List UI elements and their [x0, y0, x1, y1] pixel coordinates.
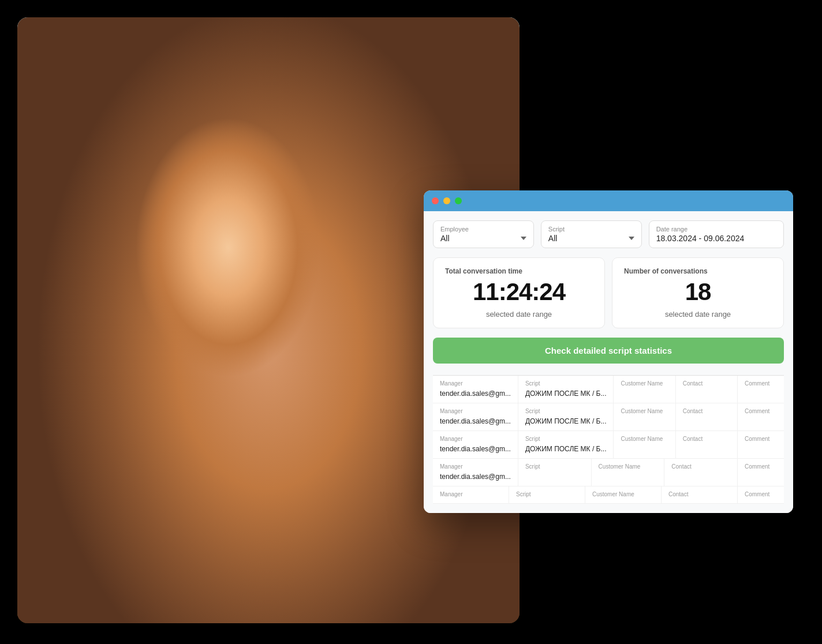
cell-manager-label-0: Manager [440, 380, 511, 387]
cell-contact-3: Contact [664, 459, 738, 486]
cell-contact-label-3: Contact [671, 463, 730, 470]
check-stats-button[interactable]: Check detailed script statistics [433, 338, 784, 364]
cell-customer-0: Customer Name [614, 376, 675, 403]
cell-customer-label-2: Customer Name [621, 436, 668, 442]
cell-contact-4: Contact [662, 486, 738, 503]
cell-manager-0: Manager tender.dia.sales@gm... [433, 376, 518, 403]
cell-script-label-0: Script [525, 380, 607, 387]
cell-comment-2: Comment [738, 431, 784, 458]
date-range-value: 18.03.2024 - 09.06.2024 [656, 234, 776, 243]
cell-script-3: Script [518, 459, 592, 486]
cell-script-0: Script ДОЖИМ ПОСЛЕ МК / Б... [518, 376, 614, 403]
employee-filter-text: All [440, 234, 450, 243]
cell-script-label-2: Script [525, 436, 607, 442]
employee-filter[interactable]: Employee All [433, 220, 534, 248]
cell-customer-label-3: Customer Name [599, 463, 657, 470]
script-filter[interactable]: Script All [541, 220, 642, 248]
cell-manager-value-0: tender.dia.sales@gm... [440, 390, 511, 398]
script-chevron-icon [629, 237, 634, 240]
cell-script-value-1: ДОЖИМ ПОСЛЕ МК / Б... [525, 417, 607, 425]
table-row: Manager tender.dia.sales@gm... Script ДО… [433, 376, 784, 403]
traffic-light-yellow[interactable] [443, 197, 450, 204]
cell-contact-label-1: Contact [683, 408, 730, 414]
date-range-label: Date range [656, 226, 776, 233]
traffic-light-green[interactable] [455, 197, 462, 204]
cell-contact-1: Contact [676, 403, 738, 430]
cell-script-value-0: ДОЖИМ ПОСЛЕ МК / Б... [525, 390, 607, 398]
table-row: Manager tender.dia.sales@gm... Script ДО… [433, 403, 784, 431]
cell-manager-label-1: Manager [440, 408, 511, 414]
cell-manager-4: Manager [433, 486, 509, 503]
cell-manager-3: Manager tender.dia.sales@gm... [433, 459, 518, 486]
cell-comment-label-3: Comment [745, 463, 777, 470]
total-time-card: Total conversation time 11:24:24 selecte… [433, 257, 605, 328]
table-row: Manager tender.dia.sales@gm... Script ДО… [433, 431, 784, 459]
employee-filter-value: All [440, 234, 526, 243]
traffic-light-red[interactable] [432, 197, 439, 204]
date-range-filter[interactable]: Date range 18.03.2024 - 09.06.2024 [649, 220, 784, 248]
cell-comment-0: Comment [738, 376, 784, 403]
cell-comment-4: Comment [738, 486, 784, 503]
cell-script-1: Script ДОЖИМ ПОСЛЕ МК / Б... [518, 403, 614, 430]
conversations-sublabel: selected date range [624, 310, 772, 319]
cell-script-value-2: ДОЖИМ ПОСЛЕ МК / Б... [525, 445, 607, 453]
total-time-value: 11:24:24 [445, 280, 593, 304]
data-table: Manager tender.dia.sales@gm... Script ДО… [433, 376, 784, 504]
app-window: Employee All Script All Date range 18.03… [424, 190, 793, 513]
total-time-label: Total conversation time [445, 267, 593, 275]
cell-manager-value-2: tender.dia.sales@gm... [440, 445, 511, 453]
cell-script-label-3: Script [525, 463, 584, 470]
date-range-text: 18.03.2024 - 09.06.2024 [656, 234, 745, 243]
filter-row: Employee All Script All Date range 18.03… [433, 220, 784, 248]
cell-script-label-4: Script [516, 491, 578, 497]
cell-contact-0: Contact [676, 376, 738, 403]
cell-comment-label-4: Comment [745, 491, 777, 497]
cell-customer-4: Customer Name [585, 486, 662, 503]
conversations-card: Number of conversations 18 selected date… [612, 257, 784, 328]
table-row: Manager tender.dia.sales@gm... Script Cu… [433, 459, 784, 486]
cell-contact-2: Contact [676, 431, 738, 458]
cell-comment-label-1: Comment [745, 408, 777, 414]
cell-contact-label-2: Contact [683, 436, 730, 442]
cell-customer-3: Customer Name [592, 459, 665, 486]
cell-manager-label-3: Manager [440, 463, 511, 470]
conversations-value: 18 [624, 280, 772, 304]
employee-filter-label: Employee [440, 226, 526, 233]
cell-manager-1: Manager tender.dia.sales@gm... [433, 403, 518, 430]
table-row: Manager Script Customer Name Contact Com… [433, 486, 784, 504]
cell-comment-label-0: Comment [745, 380, 777, 387]
cell-comment-1: Comment [738, 403, 784, 430]
cell-script-2: Script ДОЖИМ ПОСЛЕ МК / Б... [518, 431, 614, 458]
cell-customer-label-1: Customer Name [621, 408, 668, 414]
cell-script-label-1: Script [525, 408, 607, 414]
employee-chevron-icon [521, 237, 526, 240]
window-titlebar [424, 190, 793, 211]
cell-manager-label-4: Manager [440, 491, 502, 497]
cell-comment-label-2: Comment [745, 436, 777, 442]
cell-script-4: Script [509, 486, 585, 503]
cell-customer-label-4: Customer Name [592, 491, 654, 497]
script-filter-label: Script [548, 226, 634, 233]
total-time-sublabel: selected date range [445, 310, 593, 319]
script-filter-text: All [548, 234, 558, 243]
cell-comment-3: Comment [738, 459, 784, 486]
conversations-label: Number of conversations [624, 267, 772, 275]
cell-manager-label-2: Manager [440, 436, 511, 442]
cell-contact-label-4: Contact [668, 491, 730, 497]
cell-manager-2: Manager tender.dia.sales@gm... [433, 431, 518, 458]
cell-customer-1: Customer Name [614, 403, 675, 430]
window-content: Employee All Script All Date range 18.03… [424, 211, 793, 513]
cell-manager-value-3: tender.dia.sales@gm... [440, 473, 511, 481]
script-filter-value: All [548, 234, 634, 243]
cell-manager-value-1: tender.dia.sales@gm... [440, 417, 511, 425]
cell-contact-label-0: Contact [683, 380, 730, 387]
cell-customer-label-0: Customer Name [621, 380, 668, 387]
cell-customer-2: Customer Name [614, 431, 675, 458]
stats-row: Total conversation time 11:24:24 selecte… [433, 257, 784, 328]
